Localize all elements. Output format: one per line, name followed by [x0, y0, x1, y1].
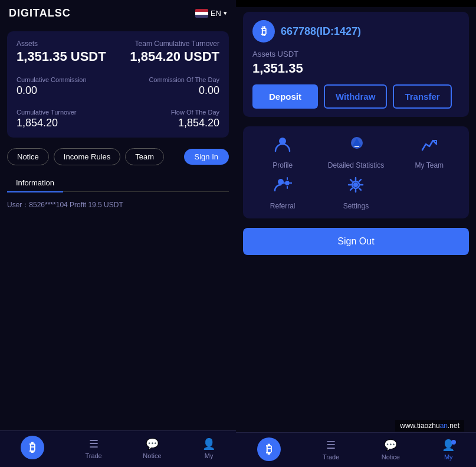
statistics-icon — [346, 135, 365, 158]
svg-point-3 — [285, 181, 290, 185]
my-team-icon — [420, 135, 439, 158]
home-bitcoin-icon: ₿ — [21, 436, 44, 459]
action-buttons-row: Notice Income Rules Team Sign In — [0, 142, 236, 171]
deposit-button[interactable]: Deposit — [252, 84, 318, 109]
assets-card: Assets 1,351.35 USDT Team Cumulative Tur… — [7, 31, 229, 138]
language-selector[interactable]: EN ▾ — [195, 9, 227, 18]
assets-usdt-label: Assets USDT — [252, 50, 459, 58]
user-name: 667788(ID:1427) — [281, 25, 361, 38]
assets-label: Assets — [17, 40, 118, 48]
flag-icon — [195, 9, 208, 18]
flow-day-value: 1,854.20 — [118, 117, 219, 129]
nav-home[interactable]: ₿ — [21, 436, 44, 461]
watermark: www.tiaozhuan.net — [395, 420, 464, 432]
my-icon-wrapper: 👤 — [442, 439, 455, 452]
user-header: ₿ 667788(ID:1427) — [252, 20, 459, 43]
menu-statistics[interactable]: Detailed Statistics — [322, 135, 389, 169]
referral-icon — [273, 175, 292, 198]
referral-label: Referral — [270, 202, 296, 210]
right-nav-trade[interactable]: ☰ Trade — [323, 439, 339, 461]
signin-button[interactable]: Sign In — [184, 149, 229, 165]
signout-button[interactable]: Sign Out — [243, 228, 469, 255]
left-bottom-nav: ₿ ☰ Trade 💬 Notice 👤 My — [0, 430, 236, 467]
right-home-icon: ₿ — [257, 437, 281, 461]
nav-notice-label: Notice — [143, 452, 161, 459]
right-nav-my[interactable]: 👤 My — [442, 439, 455, 461]
withdraw-button[interactable]: Withdraw — [324, 84, 387, 109]
menu-referral[interactable]: Referral — [249, 175, 316, 210]
trade-icon: ☰ — [89, 437, 99, 450]
menu-my-team[interactable]: My Team — [396, 135, 463, 169]
flow-day-label: Flow Of The Day — [118, 109, 219, 116]
settings-label: Settings — [343, 202, 369, 210]
info-section: Information — [0, 171, 236, 194]
profile-icon — [273, 135, 292, 158]
info-bar: User：8526****104 Profit 19.5 USDT — [0, 194, 236, 216]
menu-settings[interactable]: Settings — [322, 175, 389, 210]
cum-turnover-value: 1,854.20 — [17, 117, 118, 129]
language-label: EN — [211, 9, 221, 18]
transfer-button[interactable]: Transfer — [393, 84, 451, 109]
menu-grid: Profile Detailed Statistics My Team — [243, 126, 469, 218]
profile-label: Profile — [273, 161, 293, 169]
right-panel: ₿ 667788(ID:1427) Assets USDT 1,351.35 D… — [236, 0, 476, 467]
user-bitcoin-icon: ₿ — [252, 20, 275, 43]
nav-my-label: My — [205, 452, 214, 459]
team-cumulative-label: Team Cumulative Turnover — [118, 40, 219, 48]
assets-usdt-value: 1,351.35 — [252, 61, 459, 76]
nav-trade[interactable]: ☰ Trade — [85, 437, 101, 459]
chevron-down-icon: ▾ — [224, 9, 227, 17]
action-buttons: Deposit Withdraw Transfer — [252, 84, 459, 109]
commission-day-value: 0.00 — [118, 84, 219, 97]
right-my-label: My — [444, 453, 453, 461]
cum-turnover-label: Cumulative Turnover — [17, 109, 118, 116]
left-header: DIGITALSC EN ▾ — [0, 0, 236, 27]
logo: DIGITALSC — [9, 7, 71, 19]
assets-value: 1,351.35 USDT — [17, 49, 118, 64]
notice-icon: 💬 — [146, 437, 159, 450]
right-top-spacer — [236, 0, 476, 7]
cum-commission-value: 0.00 — [17, 84, 118, 97]
left-panel: DIGITALSC EN ▾ Assets 1,351.35 USDT Team… — [0, 0, 236, 467]
statistics-label: Detailed Statistics — [328, 161, 384, 169]
right-nav-home[interactable]: ₿ — [257, 437, 281, 461]
team-cumulative-value: 1,854.20 USDT — [118, 49, 219, 64]
svg-point-2 — [278, 179, 284, 185]
my-team-label: My Team — [415, 161, 444, 169]
right-notice-label: Notice — [382, 453, 400, 461]
info-tab-label: Information — [16, 178, 54, 187]
cum-commission-label: Cumulative Commission — [17, 76, 118, 83]
svg-point-8 — [353, 182, 358, 187]
nav-trade-label: Trade — [85, 452, 101, 459]
settings-icon — [346, 175, 365, 198]
marquee-text: User：8526****104 Profit 19.5 USDT — [7, 197, 229, 214]
nav-notice[interactable]: 💬 Notice — [143, 437, 161, 459]
menu-profile[interactable]: Profile — [249, 135, 316, 169]
commission-day-label: Commission Of The Day — [118, 76, 219, 83]
right-trade-label: Trade — [323, 453, 339, 461]
notice-button[interactable]: Notice — [7, 148, 49, 165]
right-trade-icon: ☰ — [326, 439, 336, 452]
right-notice-icon: 💬 — [384, 439, 397, 452]
team-button[interactable]: Team — [125, 148, 164, 165]
right-bottom-nav: ₿ ☰ Trade 💬 Notice 👤 My — [236, 432, 476, 467]
nav-my[interactable]: 👤 My — [202, 437, 215, 459]
info-tab[interactable]: Information — [7, 174, 63, 192]
income-rules-button[interactable]: Income Rules — [54, 148, 120, 165]
notification-dot — [451, 440, 456, 445]
right-nav-notice[interactable]: 💬 Notice — [382, 439, 400, 461]
my-icon: 👤 — [202, 437, 215, 450]
user-card: ₿ 667788(ID:1427) Assets USDT 1,351.35 D… — [243, 12, 469, 117]
